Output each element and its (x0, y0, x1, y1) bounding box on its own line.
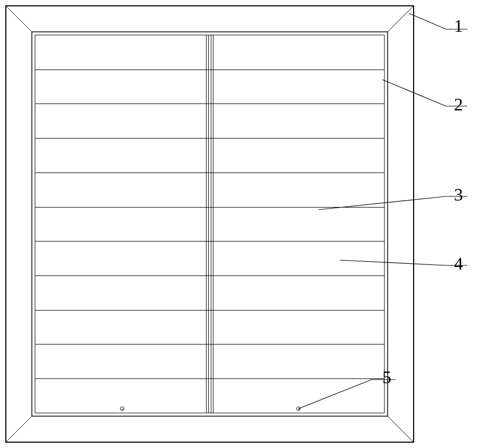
svg-line-7 (409, 13, 446, 29)
svg-line-5 (388, 416, 414, 442)
callout-5: 5 (382, 367, 391, 387)
svg-line-2 (6, 6, 32, 32)
center-mullion (206, 35, 213, 413)
callout-3: 3 (454, 185, 463, 205)
svg-line-4 (6, 416, 32, 442)
drain-hole (296, 407, 301, 411)
svg-line-3 (388, 6, 414, 32)
callout-2: 2 (454, 94, 463, 115)
figure (5, 5, 414, 443)
drain-hole (120, 407, 124, 411)
callout-4: 4 (454, 254, 463, 274)
callout-1: 1 (454, 16, 463, 36)
